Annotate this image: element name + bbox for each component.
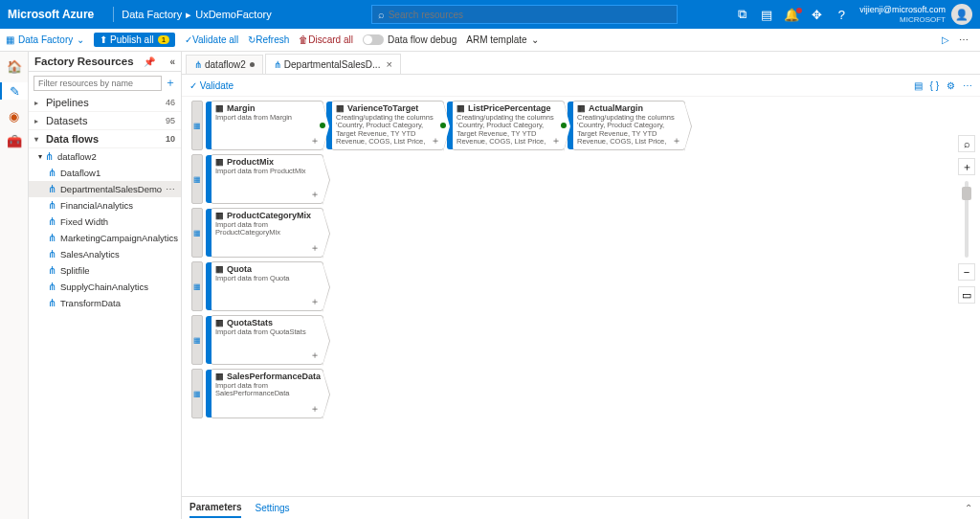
monitor-icon[interactable]: ◉: [6, 107, 23, 124]
node-preview-salesperformance[interactable]: ▦: [191, 369, 203, 418]
search-input[interactable]: [385, 10, 671, 20]
manage-icon[interactable]: 🧰: [6, 132, 23, 149]
dataflow-debug-toggle[interactable]: Data flow debug: [363, 34, 457, 45]
settings-icon[interactable]: ⚙: [947, 80, 955, 91]
tree-item-transformdata[interactable]: ⋔TransformData: [29, 295, 181, 311]
notifications-icon[interactable]: 🔔: [779, 8, 804, 22]
chevron-right-icon: ▸: [186, 9, 191, 21]
group-datasets[interactable]: ▸ Datasets 95: [29, 112, 181, 130]
node-preview-quota[interactable]: ▦: [191, 261, 203, 311]
tree-item-fixedwidth[interactable]: ⋔Fixed Width: [29, 214, 181, 230]
node-quotastats[interactable]: ▦QuotaStats Import data from QuotaStats …: [211, 315, 323, 365]
panel-title: Factory Resources: [34, 56, 134, 67]
node-actualmargin[interactable]: ▦ActualMargin Creating/updating the colu…: [572, 101, 685, 150]
zoom-out-button[interactable]: −: [958, 263, 975, 281]
run-icon[interactable]: ▷: [942, 34, 949, 45]
node-variencetotarget[interactable]: ▦VarienceToTarget Creating/updating the …: [331, 101, 444, 150]
grid-view-icon[interactable]: ▤: [914, 80, 923, 91]
node-productmix[interactable]: ▦ProductMix Import data from ProductMix …: [211, 154, 323, 204]
collapse-icon[interactable]: «: [169, 56, 175, 67]
chevron-right-icon: ▸: [34, 117, 42, 125]
connector-dot: [561, 123, 567, 128]
factory-dropdown[interactable]: ▦ Data Factory ⌄: [6, 34, 84, 45]
zoom-in-button[interactable]: ＋: [958, 158, 975, 175]
breadcrumb-1[interactable]: Data Factory: [122, 9, 182, 20]
expand-panel-icon[interactable]: ⌃: [965, 503, 972, 513]
add-step-button[interactable]: ＋: [672, 134, 681, 147]
arm-template-dropdown[interactable]: ARM template ⌄: [466, 34, 538, 45]
tab-parameters[interactable]: Parameters: [189, 498, 241, 518]
group-pipelines[interactable]: ▸ Pipelines 46: [29, 94, 181, 112]
add-step-button[interactable]: ＋: [310, 295, 320, 308]
user-info[interactable]: vijienji@microsoft.com MICROSOFT: [859, 5, 946, 24]
connector-dot: [320, 123, 325, 128]
editor-tabs: ⋔ dataflow2 ⋔ DepartmentalSalesD... ×: [182, 52, 980, 75]
node-productcategorymix[interactable]: ▦ProductCategoryMix Import data from Pro…: [211, 208, 323, 258]
add-step-button[interactable]: ＋: [310, 349, 320, 362]
group-dataflows[interactable]: ▾ Data flows 10: [29, 130, 181, 148]
node-preview-quotastats[interactable]: ▦: [191, 315, 203, 365]
more-icon[interactable]: ⋯: [963, 80, 972, 91]
tree-item-supplychain[interactable]: ⋔SupplyChainAnalytics: [29, 279, 181, 295]
breadcrumb-2[interactable]: UxDemoFactory: [195, 9, 271, 20]
bottom-tabs: Parameters Settings ⌃: [182, 496, 980, 519]
validate-button[interactable]: ✓ Validate: [189, 80, 234, 91]
close-icon[interactable]: ×: [386, 58, 391, 70]
tab-departmentalsalesdemo[interactable]: ⋔ DepartmentalSalesD... ×: [265, 54, 401, 74]
settings-icon[interactable]: ✥: [804, 8, 829, 22]
tab-settings[interactable]: Settings: [255, 499, 289, 517]
more-icon[interactable]: ⋯: [166, 184, 175, 194]
zoom-search-icon[interactable]: ⌕: [958, 135, 975, 152]
node-margin[interactable]: ▦Margin Import data from Margin ＋: [211, 101, 323, 150]
brand-label[interactable]: Microsoft Azure: [8, 8, 94, 21]
canvas-area: ⋔ dataflow2 ⋔ DepartmentalSalesD... × ✓ …: [182, 52, 980, 519]
chevron-right-icon: ▸: [34, 99, 42, 107]
node-listpricepercentage[interactable]: ▦ListPricePercentage Creating/updating t…: [452, 101, 565, 150]
validate-bar: ✓ Validate ▤ { } ⚙ ⋯: [182, 75, 980, 96]
directory-icon[interactable]: ▤: [754, 8, 779, 22]
publish-all-button[interactable]: ⬆ Publish all 1: [94, 33, 175, 47]
tree-item-dataflow1[interactable]: ⋔Dataflow1: [29, 165, 181, 181]
publish-count-badge: 1: [158, 35, 169, 44]
node-preview-margin[interactable]: ▦: [191, 101, 203, 150]
chevron-down-icon: ⌄: [531, 34, 539, 45]
node-quota[interactable]: ▦Quota Import data from Quota ＋: [211, 261, 323, 311]
toggle-switch[interactable]: [363, 34, 384, 45]
tree-item-splitfile[interactable]: ⋔Splitfile: [29, 262, 181, 279]
connector-dot: [440, 123, 446, 128]
home-icon[interactable]: 🏠: [6, 57, 23, 75]
cloud-shell-icon[interactable]: ⧉: [729, 7, 754, 22]
validate-all-button[interactable]: ✓ Validate all: [185, 34, 238, 45]
author-icon[interactable]: ✎: [0, 82, 28, 100]
node-salesperformancedata[interactable]: ▦SalesPerformanceData Import data from S…: [211, 369, 323, 418]
add-step-button[interactable]: ＋: [310, 402, 320, 416]
tab-dataflow2[interactable]: ⋔ dataflow2: [186, 55, 263, 74]
code-view-icon[interactable]: { }: [930, 80, 939, 91]
avatar[interactable]: 👤: [951, 4, 972, 25]
tree-item-departmentalsalesdemo[interactable]: ⋔DepartmentalSalesDemo⋯: [29, 181, 181, 197]
add-step-button[interactable]: ＋: [310, 188, 320, 201]
node-preview-productcategorymix[interactable]: ▦: [191, 208, 203, 258]
factory-resources-panel: Factory Resources 📌 « ＋ ▸ Pipelines 46 ▸…: [29, 52, 182, 519]
tree-item-salesanalytics[interactable]: ⋔SalesAnalytics: [29, 246, 181, 262]
tree-item-marketing[interactable]: ⋔MarketingCampaignAnalytics: [29, 230, 181, 246]
node-preview-productmix[interactable]: ▦: [191, 154, 203, 204]
discard-all-button[interactable]: 🗑 Discard all: [299, 34, 353, 45]
pin-icon[interactable]: 📌: [144, 56, 155, 67]
flow-canvas[interactable]: ▦ ▦Margin Import data from Margin ＋ ▦Var…: [182, 96, 980, 519]
refresh-button[interactable]: ↻ Refresh: [248, 34, 289, 45]
add-step-button[interactable]: ＋: [551, 134, 561, 147]
fit-view-button[interactable]: ▭: [958, 286, 975, 304]
search-box[interactable]: ⌕: [371, 5, 678, 24]
add-step-button[interactable]: ＋: [310, 134, 320, 147]
add-resource-button[interactable]: ＋: [165, 75, 176, 91]
add-step-button[interactable]: ＋: [431, 134, 440, 147]
help-icon[interactable]: ?: [829, 8, 854, 22]
filter-input[interactable]: [33, 76, 162, 91]
add-step-button[interactable]: ＋: [310, 241, 320, 255]
left-rail: 🏠 ✎ ◉ 🧰: [0, 52, 29, 519]
more-icon[interactable]: ⋯: [959, 34, 969, 45]
tree-item-financialanalytics[interactable]: ⋔FinancialAnalytics: [29, 197, 181, 214]
tree-item-dataflow2[interactable]: ▾⋔dataflow2: [29, 148, 181, 165]
zoom-slider[interactable]: [965, 181, 969, 258]
